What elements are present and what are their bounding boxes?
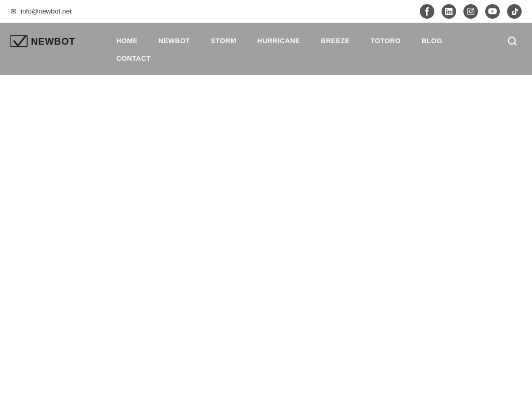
facebook-icon[interactable] (420, 4, 434, 19)
instagram-icon[interactable] (463, 4, 478, 19)
nav-row-1: HOME NEWBOT STORM HURRICANE BREEZE TOTOR… (106, 25, 522, 50)
nav-item-newbot[interactable]: NEWBOT (148, 33, 201, 49)
top-bar-left: ✉ info@newbot.net (10, 7, 72, 16)
youtube-icon[interactable] (485, 4, 500, 19)
nav-item-breeze[interactable]: BREEZE (311, 33, 361, 49)
nav-item-contact[interactable]: CONTACT (106, 50, 161, 66)
search-icon (507, 36, 517, 46)
nav-item-hurricane[interactable]: HURRICANE (247, 33, 311, 49)
nav-item-home[interactable]: HOME (106, 33, 148, 49)
nav-item-totoro[interactable]: TOTORO (360, 33, 411, 49)
nav-item-storm[interactable]: STORM (201, 33, 247, 49)
tiktok-icon[interactable] (507, 4, 522, 19)
nav-row-2: CONTACT (106, 50, 522, 73)
nav-item-blog[interactable]: BLOG (411, 33, 453, 49)
social-links (420, 4, 522, 19)
top-bar: ✉ info@newbot.net (0, 0, 532, 23)
email-icon: ✉ (10, 7, 17, 16)
linkedin-icon[interactable] (442, 4, 456, 19)
search-button[interactable] (503, 32, 522, 50)
logo-area[interactable]: NEWBOT (10, 25, 85, 50)
svg-text:NEWBOT: NEWBOT (31, 36, 75, 47)
nav-inner: NEWBOT HOME NEWBOT STORM HURRICANE BREEZ… (10, 25, 522, 73)
nav-links: HOME NEWBOT STORM HURRICANE BREEZE TOTOR… (106, 25, 522, 73)
newbot-logo: NEWBOT (10, 32, 85, 50)
svg-line-3 (514, 43, 516, 45)
main-content (0, 75, 532, 399)
nav-bar: NEWBOT HOME NEWBOT STORM HURRICANE BREEZ… (0, 23, 532, 75)
email-address: info@newbot.net (21, 7, 72, 15)
